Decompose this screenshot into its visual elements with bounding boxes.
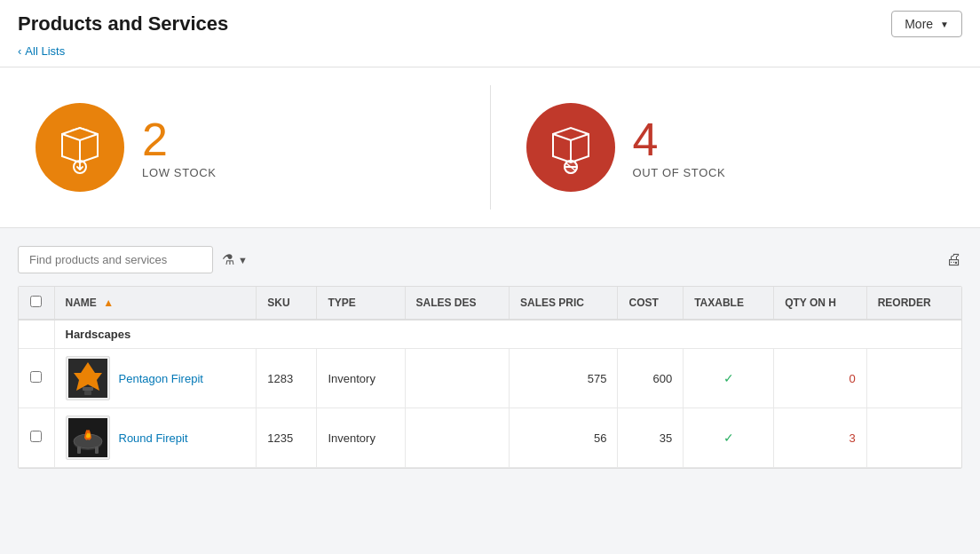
products-table-wrapper: NAME ▲ SKU TYPE SALES DES SALES PRIC COS… xyxy=(18,286,962,469)
product-taxable: ✓ xyxy=(684,349,774,408)
col-header-cost[interactable]: COST xyxy=(618,287,684,320)
all-lists-link[interactable]: ‹ All Lists xyxy=(18,44,962,67)
low-stock-stat-text: 2 LOW STOCK xyxy=(142,116,217,179)
svg-rect-6 xyxy=(83,387,93,391)
row-checkbox[interactable] xyxy=(30,431,42,442)
row-checkbox[interactable] xyxy=(30,371,42,383)
product-cost: 35 xyxy=(618,408,684,468)
sort-asc-icon: ▲ xyxy=(103,297,114,309)
chevron-down-icon: ▼ xyxy=(940,20,949,29)
filter-icon: ⚗ xyxy=(222,251,234,268)
filter-chevron-icon: ▼ xyxy=(238,255,248,265)
svg-rect-7 xyxy=(84,391,91,395)
col-header-sales-desc[interactable]: SALES DES xyxy=(405,287,509,320)
select-all-checkbox[interactable] xyxy=(30,296,42,307)
product-cost: 600 xyxy=(618,349,684,408)
page-title: Products and Services xyxy=(18,12,228,36)
product-type: Inventory xyxy=(317,408,405,468)
product-qty: 0 xyxy=(774,349,867,408)
search-input[interactable] xyxy=(18,246,213,273)
col-header-reorder[interactable]: REORDER xyxy=(866,287,961,320)
product-sku: 1283 xyxy=(257,349,317,408)
out-of-stock-card[interactable]: 4 OUT OF STOCK xyxy=(491,85,981,210)
chevron-left-icon: ‹ xyxy=(18,44,21,58)
col-header-taxable[interactable]: TAXABLE xyxy=(684,287,774,320)
row-checkbox-cell[interactable] xyxy=(19,349,54,408)
low-stock-number: 2 xyxy=(142,116,217,162)
box-banned-icon xyxy=(544,121,597,174)
group-row-hardscapes: Hardscapes xyxy=(19,320,961,349)
group-name-hardscapes: Hardscapes xyxy=(54,320,961,349)
out-of-stock-icon-circle xyxy=(526,103,615,192)
product-image xyxy=(66,356,110,400)
printer-icon: 🖨 xyxy=(946,250,962,268)
col-header-type[interactable]: TYPE xyxy=(317,287,405,320)
product-image xyxy=(66,416,110,460)
taxable-check-icon: ✓ xyxy=(723,371,734,385)
page-header: Products and Services More ▼ ‹ All Lists xyxy=(0,0,980,67)
col-header-qty[interactable]: QTY ON H xyxy=(774,287,867,320)
low-stock-icon-circle xyxy=(36,103,124,192)
list-section: ⚗ ▼ 🖨 NAME ▲ SKU TYPE SALES DE xyxy=(0,228,980,487)
out-of-stock-label: OUT OF STOCK xyxy=(633,166,726,179)
product-thumbnail-svg xyxy=(68,359,107,398)
svg-rect-11 xyxy=(77,447,81,454)
product-name-link[interactable]: Round Firepit xyxy=(119,431,188,445)
product-name-link[interactable]: Pentagon Firepit xyxy=(119,372,203,385)
product-sales-desc xyxy=(405,408,509,468)
product-taxable: ✓ xyxy=(684,408,774,468)
more-button[interactable]: More ▼ xyxy=(891,11,962,37)
product-qty: 3 xyxy=(774,408,867,468)
box-download-icon xyxy=(53,121,107,174)
filter-button[interactable]: ⚗ ▼ xyxy=(222,251,248,268)
out-of-stock-number: 4 xyxy=(633,116,726,162)
table-row: Pentagon Firepit 1283 Inventory 575 600 … xyxy=(19,349,961,408)
product-type: Inventory xyxy=(317,349,405,408)
taxable-check-icon: ✓ xyxy=(723,431,734,445)
product-sales-price: 575 xyxy=(509,349,618,408)
stats-section: 2 LOW STOCK 4 OUT OF STOCK xyxy=(0,67,980,228)
products-table: NAME ▲ SKU TYPE SALES DES SALES PRIC COS… xyxy=(19,287,961,468)
col-header-name[interactable]: NAME ▲ xyxy=(54,287,257,320)
row-checkbox-cell[interactable] xyxy=(19,408,54,468)
low-stock-label: LOW STOCK xyxy=(142,166,217,179)
col-header-sku[interactable]: SKU xyxy=(257,287,317,320)
product-sku: 1235 xyxy=(257,408,317,468)
low-stock-card[interactable]: 2 LOW STOCK xyxy=(0,85,491,210)
col-header-sales-price[interactable]: SALES PRIC xyxy=(509,287,618,320)
out-of-stock-stat-text: 4 OUT OF STOCK xyxy=(633,116,726,179)
product-name-cell: Pentagon Firepit xyxy=(54,349,257,408)
toolbar: ⚗ ▼ 🖨 xyxy=(18,246,962,273)
product-reorder xyxy=(866,408,961,468)
table-header-row: NAME ▲ SKU TYPE SALES DES SALES PRIC COS… xyxy=(19,287,961,320)
product-thumbnail-svg2 xyxy=(68,418,107,457)
svg-rect-12 xyxy=(95,447,99,454)
print-button[interactable]: 🖨 xyxy=(946,250,962,269)
select-all-checkbox-header[interactable] xyxy=(19,287,54,320)
product-sales-price: 56 xyxy=(509,408,618,468)
product-sales-desc xyxy=(405,349,509,408)
product-reorder xyxy=(866,349,961,408)
product-name-cell: Round Firepit xyxy=(54,408,257,468)
table-row: Round Firepit 1235 Inventory 56 35 ✓ 3 xyxy=(19,408,961,468)
